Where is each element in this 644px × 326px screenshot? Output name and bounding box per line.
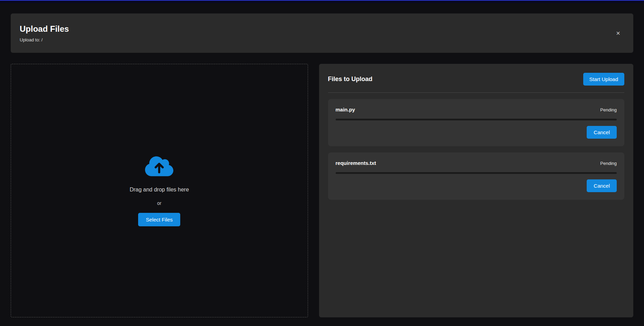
progress-bar — [336, 119, 617, 120]
dropzone[interactable]: Drag and drop files here or Select Files — [11, 64, 308, 317]
start-upload-button[interactable]: Start Upload — [583, 73, 624, 86]
cancel-upload-button[interactable]: Cancel — [587, 126, 617, 139]
upload-destination-label: Upload to: / — [20, 37, 69, 42]
dialog-title: Upload Files — [20, 24, 69, 34]
dialog-body: Drag and drop files here or Select Files… — [11, 64, 633, 317]
panel-divider — [328, 92, 625, 93]
file-name: main.py — [336, 107, 355, 112]
dialog-header-text: Upload Files Upload to: / — [20, 24, 69, 42]
cancel-upload-button[interactable]: Cancel — [587, 179, 617, 192]
upload-dialog: Upload Files Upload to: / × Drag and dro… — [0, 3, 644, 317]
dropzone-instruction: Drag and drop files here — [129, 187, 189, 193]
file-status-badge: Pending — [600, 107, 617, 112]
close-icon[interactable]: × — [613, 28, 623, 39]
files-panel: Files to Upload Start Upload main.py Pen… — [319, 64, 634, 317]
file-item: main.py Pending Cancel — [328, 99, 625, 146]
files-panel-header: Files to Upload Start Upload — [328, 73, 625, 86]
cloud-upload-icon — [145, 155, 173, 178]
select-files-button[interactable]: Select Files — [138, 213, 180, 226]
file-item-header: requirements.txt Pending — [336, 160, 617, 166]
file-item: requirements.txt Pending Cancel — [328, 152, 625, 200]
files-panel-title: Files to Upload — [328, 76, 373, 83]
progress-bar — [336, 172, 617, 174]
file-item-actions: Cancel — [336, 179, 617, 192]
dialog-header: Upload Files Upload to: / × — [11, 13, 633, 53]
file-item-header: main.py Pending — [336, 107, 617, 112]
dropzone-or-label: or — [157, 200, 161, 206]
file-status-badge: Pending — [600, 161, 617, 166]
file-name: requirements.txt — [336, 160, 376, 166]
window-top-border — [0, 0, 644, 3]
file-item-actions: Cancel — [336, 126, 617, 139]
